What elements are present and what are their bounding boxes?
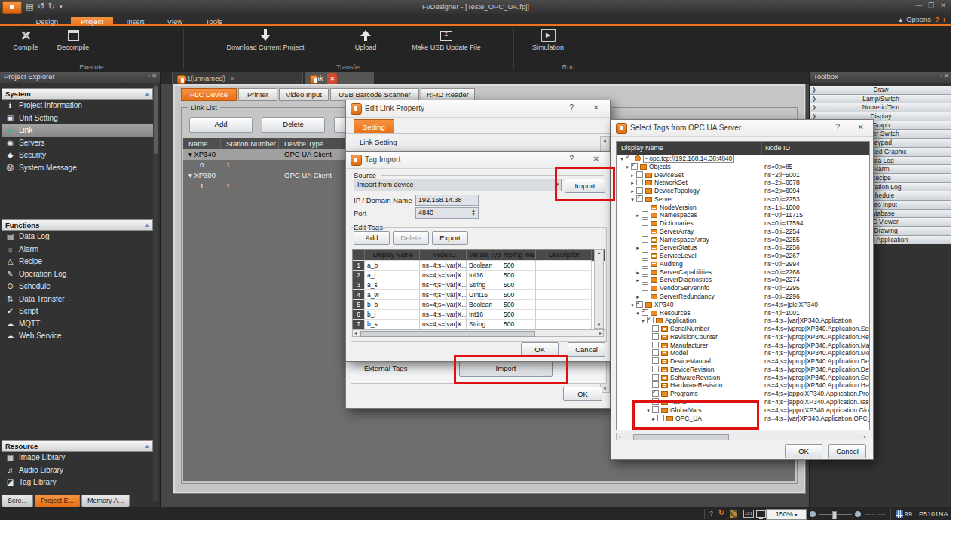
tree-node-serverdiagnostics[interactable]: ▸ServerDiagnosticsns=0;i=2274 [617,276,869,284]
tree-checkbox[interactable] [652,333,659,340]
sidebar-item-web-service[interactable]: ☁Web Service [2,330,153,343]
tree-checkbox[interactable] [652,390,659,397]
sidebar-item-data-transfer[interactable]: ⇅Data Transfer [2,293,153,306]
tree-checkbox[interactable] [652,366,659,372]
help-icon[interactable]: ? [935,15,939,23]
sidebar-item-tag-library[interactable]: ◪Tag Library [2,476,153,489]
sidebar-item-image-library[interactable]: ▦Image Library [2,452,153,464]
tab-close-icon[interactable]: ✕ [327,73,337,84]
ok-button[interactable]: OK [785,444,822,458]
sidebar-item-security[interactable]: ◆Security [2,149,153,162]
device-tab-printer[interactable]: Printer [238,88,277,101]
binary-view-icon[interactable]: 101 [743,510,754,518]
device-tab-video-input[interactable]: Video Input [279,88,329,101]
dialog-titlebar[interactable]: Edit Link Property ? ✕ [346,100,610,118]
tree-node-servercapabilities[interactable]: ▸ServerCapabilitiesns=0;i=2268 [617,268,869,277]
tree-node-programs[interactable]: Programsns=4;s=|appo|XP340.Application.P… [617,390,869,398]
tree-node-serverarray[interactable]: ServerArrayns=0;i=2254 [617,228,869,236]
pattern-icon[interactable] [730,510,737,518]
tree-checkbox[interactable] [652,381,659,388]
tags-table-hscrollbar[interactable]: ◂▸ [352,329,604,337]
sidebar-item-audio-library[interactable]: ♫Audio Library [2,464,153,477]
zoom-slider-handle[interactable] [832,511,837,519]
dialog-help-icon[interactable]: ? [835,123,840,131]
tab-setting[interactable]: Setting [354,119,394,134]
refresh-icon[interactable]: ↻ [718,509,724,516]
add-link-button[interactable]: Add [189,117,253,133]
section-header-system[interactable]: System▴ [2,88,153,100]
panel-tab-scre[interactable]: Scre... [2,495,33,507]
zoom-out-dot[interactable] [810,511,816,517]
panel-tab-projecte[interactable]: Project E... [35,495,80,507]
tags-table-row[interactable]: 6b_ins=4;s=|var|X...Int16500 [353,310,605,320]
tree-node-namespaces[interactable]: ▸Namespacesns=0;i=11715 [617,211,869,219]
tree-node--opc-tcp-192-168-14-38-4840[interactable]: ▾- opc.tcp://192.168.14.38:4840 [617,155,869,163]
section-header-functions[interactable]: Functions▴ [2,219,153,231]
sidebar-item-mqtt[interactable]: ☁MQTT [2,318,153,331]
tree-node-revisioncounter[interactable]: RevisionCounterns=4;s=|vprop|XP340.Appli… [617,333,869,342]
tree-checkbox[interactable] [642,204,648,210]
delete-link-button[interactable]: Delete [262,117,325,133]
sidebar-item-alarm[interactable]: ☼Alarm [2,244,153,256]
tree-node-vendorserverinfo[interactable]: VendorServerInfons=0;i=2295 [617,284,869,293]
tree-checkbox[interactable] [642,284,648,291]
dialog-titlebar[interactable]: Select Tags from OPC UA Server ? ✕ [611,120,873,137]
sidebar-item-script[interactable]: ✔Script [2,305,153,318]
tree-checkbox[interactable] [626,155,632,161]
sidebar-item-servers[interactable]: ◉Servers [2,137,153,150]
tags-table-row[interactable]: 4a_wns=4;s=|var|X...UInt16500 [353,290,605,300]
tree-checkbox[interactable] [652,349,659,356]
tree-hscrollbar[interactable]: ◂▸ [616,433,868,440]
tree-node-xp340[interactable]: ▾XP340ns=4;s=|plc|XP340 [617,301,869,309]
tree-checkbox[interactable] [642,252,648,259]
tree-node-serverredundancy[interactable]: ▸ServerRedundancyns=0;i=2296 [617,293,869,301]
zoom-in-dot[interactable] [855,511,861,517]
cancel-button[interactable]: Cancel [828,444,866,458]
minimize-button[interactable]: — [914,2,924,9]
tree-node-application[interactable]: ▾Applicationns=4;s=|var|XP340.Applicatio… [617,317,869,325]
tags-table-row[interactable]: 3a_sns=4;s=|var|X...String500 [353,280,605,290]
tree-node-devicerevision[interactable]: DeviceRevisionns=4;s=|vprop|XP340.Applic… [617,366,869,374]
port-field[interactable]: 4840 [415,207,479,219]
tags-table-row[interactable]: 2a_ins=4;s=|var|X...Int16500 [353,271,605,280]
sidebar-item-data-log[interactable]: ▤Data Log [2,231,153,244]
toolbox-category-numeric-text[interactable]: ❯Numeric/Text [810,103,951,112]
collapse-icon[interactable]: ▴ [145,441,149,451]
sidebar-item-schedule[interactable]: ⊙Schedule [2,280,153,293]
tags-table-row[interactable]: 1a_bns=4;s=|var|X...Boolean500 [353,261,605,271]
sidebar-item-recipe[interactable]: △Recipe [2,256,153,268]
status-help-icon[interactable]: ? [709,510,713,517]
make-usb-update-file-button[interactable]: Make USB Update File [394,27,499,51]
tree-checkbox[interactable] [642,268,648,275]
export-tags-button[interactable]: Export [432,231,468,245]
pin-icon[interactable]: ▫ [148,72,150,79]
delete-tag-button[interactable]: Delete [393,231,429,245]
tree-node-resources[interactable]: ▾Resourcesns=4;i=1001 [617,309,869,317]
ip-domain-field[interactable]: 192.168.14.38 [415,195,479,206]
tree-checkbox[interactable] [652,342,659,348]
tags-table-vscrollbar[interactable]: ▲▼ [594,249,604,329]
collapse-icon[interactable]: ▴ [145,89,149,99]
tree-node-namespacearray[interactable]: NamespaceArrayns=0;i=2255 [617,236,869,244]
upload-button[interactable]: Upload [344,27,387,51]
dialog-close-icon[interactable]: ✕ [593,155,599,163]
tags-table-row[interactable]: 5b_bns=4;s=|var|X...Boolean500 [353,300,605,310]
sidebar-item-operation-log[interactable]: ✎Operation Log [2,268,153,281]
pin-icon[interactable]: ▫ [940,72,942,79]
sidebar-item-system-message[interactable]: ⓂSystem Message [2,162,153,175]
tree-node-dictionaries[interactable]: Dictionariesns=0;i=17594 [617,219,869,228]
options-button[interactable]: Options [906,15,931,23]
tree-node-auditing[interactable]: Auditingns=0;i=2994 [617,260,869,268]
tree-checkbox[interactable] [642,276,648,283]
add-tag-button[interactable]: Add [354,231,390,245]
tree-checkbox[interactable] [636,195,643,202]
doc-tab-bs1-unnamed-[interactable]: BS1(unnamed)✕ [172,72,303,84]
tree-node-deviceset[interactable]: ▸DeviceSetns=2;i=5001 [617,171,869,179]
tree-node-serverstatus[interactable]: ▸ServerStatusns=0;i=2256 [617,244,869,252]
tree-checkbox[interactable] [642,236,648,243]
panel-tab-memorya[interactable]: Memory A... [81,495,130,507]
sidebar-item-project-information[interactable]: ℹProject Information [2,100,153,112]
simulation-button[interactable]: ▶ Simulation [522,27,574,51]
tree-checkbox[interactable] [636,187,643,194]
tags-table-row[interactable]: 7b_sns=4;s=|var|X...String500 [353,320,605,329]
